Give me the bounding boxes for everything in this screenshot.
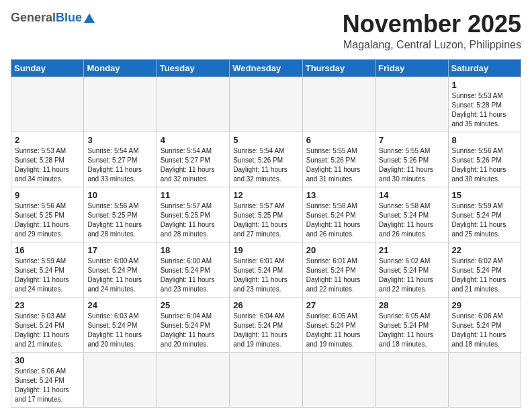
calendar-cell: 6Sunrise: 5:55 AM Sunset: 5:26 PM Daylig… [302,132,375,187]
day-info: Sunrise: 5:58 AM Sunset: 5:24 PM Dayligh… [306,201,371,239]
day-number: 28 [379,300,444,310]
calendar-cell: 4Sunrise: 5:54 AM Sunset: 5:27 PM Daylig… [157,132,229,187]
calendar-cell [230,77,302,132]
day-info: Sunrise: 5:53 AM Sunset: 5:28 PM Dayligh… [15,146,80,184]
calendar-cell: 29Sunrise: 6:06 AM Sunset: 5:24 PM Dayli… [448,297,521,352]
day-info: Sunrise: 6:00 AM Sunset: 5:24 PM Dayligh… [161,257,226,294]
logo-general: General [11,11,56,25]
calendar-cell: 19Sunrise: 6:01 AM Sunset: 5:24 PM Dayli… [230,242,302,297]
calendar-cell: 8Sunrise: 5:56 AM Sunset: 5:26 PM Daylig… [448,132,521,187]
day-number: 8 [452,135,517,145]
day-number: 6 [306,135,371,145]
day-number: 2 [15,135,80,145]
calendar-cell [302,77,375,132]
day-info: Sunrise: 5:56 AM Sunset: 5:26 PM Dayligh… [452,146,517,184]
calendar-cell: 13Sunrise: 5:58 AM Sunset: 5:24 PM Dayli… [302,187,375,242]
day-info: Sunrise: 6:01 AM Sunset: 5:24 PM Dayligh… [233,257,298,294]
calendar-cell [375,352,448,407]
day-number: 12 [233,190,298,200]
calendar-cell: 24Sunrise: 6:03 AM Sunset: 5:24 PM Dayli… [84,297,157,352]
calendar-cell: 12Sunrise: 5:57 AM Sunset: 5:25 PM Dayli… [230,187,302,242]
day-info: Sunrise: 5:57 AM Sunset: 5:25 PM Dayligh… [233,201,298,239]
calendar-cell: 30Sunrise: 6:06 AM Sunset: 5:24 PM Dayli… [11,352,84,407]
calendar-cell: 2Sunrise: 5:53 AM Sunset: 5:28 PM Daylig… [11,132,84,187]
calendar-table: SundayMondayTuesdayWednesdayThursdayFrid… [11,59,521,408]
day-info: Sunrise: 5:55 AM Sunset: 5:26 PM Dayligh… [306,146,371,184]
day-number: 23 [15,300,80,310]
day-info: Sunrise: 6:05 AM Sunset: 5:24 PM Dayligh… [379,312,444,349]
day-number: 21 [379,245,444,255]
day-number: 7 [379,135,444,145]
day-info: Sunrise: 5:59 AM Sunset: 5:24 PM Dayligh… [15,257,80,294]
day-number: 16 [15,245,80,255]
calendar-cell: 21Sunrise: 6:02 AM Sunset: 5:24 PM Dayli… [375,242,448,297]
title-block: November 2025 Magalang, Central Luzon, P… [343,11,521,51]
calendar-cell [84,352,157,407]
day-info: Sunrise: 5:58 AM Sunset: 5:24 PM Dayligh… [379,201,444,239]
calendar-cell: 16Sunrise: 5:59 AM Sunset: 5:24 PM Dayli… [11,242,84,297]
day-info: Sunrise: 6:04 AM Sunset: 5:24 PM Dayligh… [161,312,226,349]
day-number: 20 [306,245,371,255]
day-number: 17 [87,245,152,255]
logo-triangle-icon [84,13,95,23]
day-number: 11 [161,190,226,200]
calendar-cell [84,77,157,132]
day-number: 13 [306,190,371,200]
day-number: 27 [306,300,371,310]
logo: General Blue [11,11,95,25]
day-info: Sunrise: 5:54 AM Sunset: 5:26 PM Dayligh… [233,146,298,184]
day-info: Sunrise: 6:04 AM Sunset: 5:24 PM Dayligh… [233,312,298,349]
day-info: Sunrise: 5:55 AM Sunset: 5:26 PM Dayligh… [379,146,444,184]
calendar-cell: 25Sunrise: 6:04 AM Sunset: 5:24 PM Dayli… [157,297,229,352]
calendar-cell [448,352,521,407]
calendar-cell: 23Sunrise: 6:03 AM Sunset: 5:24 PM Dayli… [11,297,84,352]
weekday-header: Saturday [448,59,521,77]
page-header: General Blue November 2025 Magalang, Cen… [11,11,521,51]
day-number: 26 [233,300,298,310]
day-info: Sunrise: 6:06 AM Sunset: 5:24 PM Dayligh… [15,367,80,404]
weekday-header: Friday [375,59,448,77]
month-title: November 2025 [343,11,521,38]
calendar-cell: 7Sunrise: 5:55 AM Sunset: 5:26 PM Daylig… [375,132,448,187]
day-number: 1 [452,80,517,90]
calendar-cell: 27Sunrise: 6:05 AM Sunset: 5:24 PM Dayli… [302,297,375,352]
calendar-cell: 10Sunrise: 5:56 AM Sunset: 5:25 PM Dayli… [84,187,157,242]
calendar-cell [11,77,84,132]
calendar-cell: 20Sunrise: 6:01 AM Sunset: 5:24 PM Dayli… [302,242,375,297]
calendar-cell [375,77,448,132]
weekday-header: Tuesday [157,59,229,77]
day-info: Sunrise: 6:05 AM Sunset: 5:24 PM Dayligh… [306,312,371,349]
day-info: Sunrise: 5:59 AM Sunset: 5:24 PM Dayligh… [452,201,517,239]
day-number: 5 [233,135,298,145]
day-info: Sunrise: 5:56 AM Sunset: 5:25 PM Dayligh… [15,201,80,239]
day-number: 4 [161,135,226,145]
calendar-cell [230,352,302,407]
day-number: 22 [452,245,517,255]
weekday-header: Monday [84,59,157,77]
day-number: 19 [233,245,298,255]
day-number: 10 [87,190,152,200]
weekday-header: Wednesday [230,59,302,77]
day-number: 9 [15,190,80,200]
weekday-header: Thursday [302,59,375,77]
calendar-cell: 17Sunrise: 6:00 AM Sunset: 5:24 PM Dayli… [84,242,157,297]
day-info: Sunrise: 6:03 AM Sunset: 5:24 PM Dayligh… [87,312,152,349]
calendar-cell: 11Sunrise: 5:57 AM Sunset: 5:25 PM Dayli… [157,187,229,242]
day-number: 30 [15,355,80,365]
day-info: Sunrise: 5:56 AM Sunset: 5:25 PM Dayligh… [87,201,152,239]
calendar-cell: 5Sunrise: 5:54 AM Sunset: 5:26 PM Daylig… [230,132,302,187]
calendar-cell [157,352,229,407]
calendar-cell: 26Sunrise: 6:04 AM Sunset: 5:24 PM Dayli… [230,297,302,352]
day-number: 25 [161,300,226,310]
day-number: 29 [452,300,517,310]
day-info: Sunrise: 6:01 AM Sunset: 5:24 PM Dayligh… [306,257,371,294]
day-info: Sunrise: 5:54 AM Sunset: 5:27 PM Dayligh… [161,146,226,184]
day-info: Sunrise: 5:57 AM Sunset: 5:25 PM Dayligh… [161,201,226,239]
day-number: 14 [379,190,444,200]
day-info: Sunrise: 5:54 AM Sunset: 5:27 PM Dayligh… [87,146,152,184]
calendar-cell: 1Sunrise: 5:53 AM Sunset: 5:28 PM Daylig… [448,77,521,132]
calendar-cell: 22Sunrise: 6:02 AM Sunset: 5:24 PM Dayli… [448,242,521,297]
day-info: Sunrise: 6:02 AM Sunset: 5:24 PM Dayligh… [379,257,444,294]
calendar-cell: 28Sunrise: 6:05 AM Sunset: 5:24 PM Dayli… [375,297,448,352]
day-info: Sunrise: 6:00 AM Sunset: 5:24 PM Dayligh… [87,257,152,294]
